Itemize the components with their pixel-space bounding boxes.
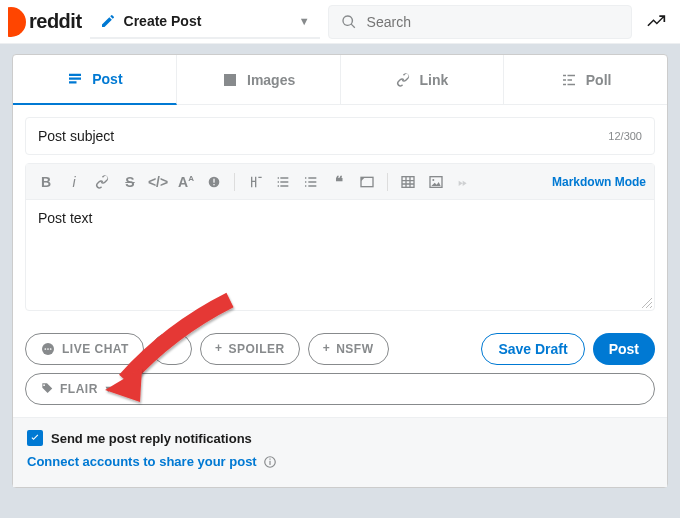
superscript-button[interactable]: AA bbox=[174, 170, 198, 194]
submit-actions: Save Draft Post bbox=[481, 333, 655, 365]
community-picker[interactable]: Create Post ▼ bbox=[90, 5, 320, 39]
codeblock-button[interactable] bbox=[355, 170, 379, 194]
tab-images[interactable]: Images bbox=[177, 55, 341, 105]
hidden-pill[interactable]: .. bbox=[152, 333, 192, 365]
search-input[interactable] bbox=[365, 13, 619, 31]
resize-handle-icon[interactable] bbox=[640, 296, 652, 308]
reddit-logo-icon bbox=[8, 7, 26, 37]
quote-button[interactable]: ❝ bbox=[327, 170, 351, 194]
tab-images-label: Images bbox=[247, 72, 295, 88]
connect-label: Connect accounts to share your post bbox=[27, 454, 257, 469]
tab-link[interactable]: Link bbox=[341, 55, 505, 105]
pencil-icon bbox=[100, 13, 116, 29]
svg-rect-4 bbox=[402, 176, 414, 187]
spoiler-pill[interactable]: + SPOILER bbox=[200, 333, 300, 365]
community-picker-label: Create Post bbox=[124, 13, 202, 29]
flair-label: FLAIR bbox=[60, 382, 98, 396]
italic-button[interactable]: i bbox=[62, 170, 86, 194]
svg-rect-1 bbox=[213, 178, 214, 182]
save-draft-button[interactable]: Save Draft bbox=[481, 333, 584, 365]
svg-rect-12 bbox=[269, 460, 270, 464]
search-icon bbox=[341, 14, 357, 30]
link-button[interactable] bbox=[90, 170, 114, 194]
live-chat-pill[interactable]: LIVE CHAT bbox=[25, 333, 144, 365]
save-draft-label: Save Draft bbox=[498, 341, 567, 357]
editor-value: Post text bbox=[38, 210, 92, 226]
heading-button[interactable] bbox=[243, 170, 267, 194]
tab-link-label: Link bbox=[419, 72, 448, 88]
link-icon bbox=[395, 72, 411, 88]
post-icon bbox=[66, 70, 84, 88]
subject-value: Post subject bbox=[38, 128, 114, 144]
trending-button[interactable] bbox=[640, 6, 672, 38]
flair-pill[interactable]: FLAIR ▼ bbox=[25, 373, 655, 405]
post-button-label: Post bbox=[609, 341, 639, 357]
image-button[interactable] bbox=[424, 170, 448, 194]
reddit-wordmark: reddit bbox=[29, 10, 82, 33]
svg-rect-13 bbox=[269, 458, 270, 459]
notify-checkbox[interactable] bbox=[27, 430, 43, 446]
notify-row[interactable]: Send me post reply notifications bbox=[27, 430, 653, 446]
subject-field[interactable]: Post subject 12/300 bbox=[25, 117, 655, 155]
editor-textarea[interactable]: Post text bbox=[26, 200, 654, 310]
svg-point-9 bbox=[47, 348, 49, 350]
tab-post-label: Post bbox=[92, 71, 122, 87]
flair-row: FLAIR ▼ bbox=[13, 369, 667, 417]
nsfw-pill[interactable]: + NSFW bbox=[308, 333, 389, 365]
rich-editor: B i S </> AA bbox=[25, 163, 655, 311]
subject-counter: 12/300 bbox=[608, 130, 642, 142]
spoiler-label: SPOILER bbox=[228, 342, 284, 356]
connect-accounts-link[interactable]: Connect accounts to share your post bbox=[27, 454, 653, 469]
markdown-mode-toggle[interactable]: Markdown Mode bbox=[552, 175, 646, 189]
poll-icon bbox=[560, 71, 578, 89]
reddit-logo[interactable]: reddit bbox=[8, 7, 82, 37]
notify-label: Send me post reply notifications bbox=[51, 431, 252, 446]
composer-footer: Send me post reply notifications Connect… bbox=[13, 417, 667, 487]
spoiler-text-button[interactable] bbox=[202, 170, 226, 194]
number-list-button[interactable] bbox=[299, 170, 323, 194]
strike-button[interactable]: S bbox=[118, 170, 142, 194]
image-icon bbox=[221, 71, 239, 89]
tags-row: LIVE CHAT .. + SPOILER + NSFW Save Draft… bbox=[13, 323, 667, 369]
chat-icon bbox=[40, 341, 56, 357]
tab-poll-label: Poll bbox=[586, 72, 612, 88]
table-button[interactable] bbox=[396, 170, 420, 194]
caret-down-icon: ▼ bbox=[104, 384, 113, 394]
trending-icon bbox=[646, 12, 666, 32]
bullet-list-button[interactable] bbox=[271, 170, 295, 194]
search-input-wrapper[interactable] bbox=[328, 5, 632, 39]
tab-post[interactable]: Post bbox=[13, 55, 177, 105]
svg-rect-2 bbox=[213, 184, 214, 185]
page-canvas: Post Images Link Poll bbox=[0, 44, 680, 488]
nsfw-label: NSFW bbox=[336, 342, 373, 356]
tab-poll[interactable]: Poll bbox=[504, 55, 667, 105]
svg-point-10 bbox=[50, 348, 52, 350]
tag-icon bbox=[40, 382, 54, 396]
video-button[interactable] bbox=[452, 170, 476, 194]
chevron-down-icon: ▼ bbox=[299, 15, 310, 27]
composer-body: Post subject 12/300 B i S </> AA bbox=[13, 105, 667, 323]
top-bar: reddit Create Post ▼ bbox=[0, 0, 680, 44]
post-type-tabs: Post Images Link Poll bbox=[13, 55, 667, 105]
post-button[interactable]: Post bbox=[593, 333, 655, 365]
code-button[interactable]: </> bbox=[146, 170, 170, 194]
live-chat-label: LIVE CHAT bbox=[62, 342, 129, 356]
svg-point-6 bbox=[432, 179, 434, 181]
svg-point-8 bbox=[44, 348, 46, 350]
compose-card: Post Images Link Poll bbox=[12, 54, 668, 488]
bold-button[interactable]: B bbox=[34, 170, 58, 194]
editor-toolbar: B i S </> AA bbox=[26, 164, 654, 200]
info-icon bbox=[263, 455, 277, 469]
